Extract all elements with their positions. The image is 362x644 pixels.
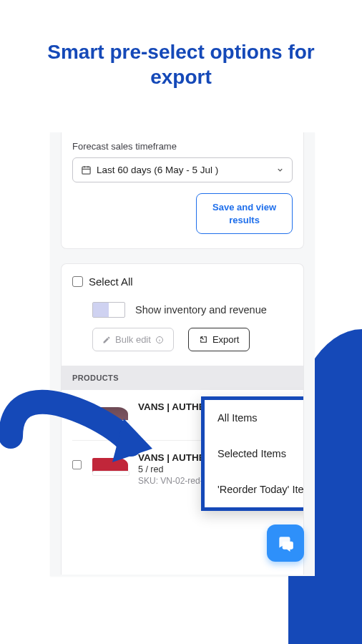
dropdown-item-reorder[interactable]: 'Reorder Today' Items xyxy=(205,472,304,507)
row-checkbox[interactable] xyxy=(72,460,82,469)
inventory-revenue-toggle[interactable] xyxy=(92,302,125,318)
product-thumbnail xyxy=(90,401,129,429)
product-thumbnail xyxy=(90,452,129,479)
select-all-checkbox[interactable] xyxy=(72,276,83,287)
date-range-value: Last 60 days (6 May - 5 Jul ) xyxy=(97,165,218,175)
export-dropdown: All Items Selected Items 'Reorder Today'… xyxy=(201,396,304,511)
date-range-select[interactable]: Last 60 days (6 May - 5 Jul ) xyxy=(72,157,293,182)
export-button[interactable]: Export xyxy=(188,328,250,351)
chat-fab[interactable] xyxy=(267,525,304,562)
info-icon xyxy=(155,336,164,344)
forecast-label: Forecast sales timeframe xyxy=(72,141,293,152)
export-icon xyxy=(199,335,208,344)
calendar-icon xyxy=(81,165,92,175)
pencil-icon xyxy=(102,336,111,344)
page-title: Smart pre-select options for export xyxy=(0,0,362,89)
dropdown-item-all[interactable]: All Items xyxy=(205,400,304,436)
save-view-results-button[interactable]: Save and view results xyxy=(196,193,293,234)
select-all-label: Select All xyxy=(89,275,133,288)
chat-icon xyxy=(276,534,295,552)
svg-rect-0 xyxy=(82,167,90,174)
export-label: Export xyxy=(212,334,240,345)
screenshot-panel: Forecast sales timeframe Last 60 days (6… xyxy=(50,132,315,576)
bulk-edit-button[interactable]: Bulk edit xyxy=(92,328,174,351)
toggle-label: Show inventory and revenue xyxy=(135,304,267,316)
row-checkbox[interactable] xyxy=(72,409,82,419)
forecast-card: Forecast sales timeframe Last 60 days (6… xyxy=(61,132,304,249)
chevron-down-icon xyxy=(276,166,284,174)
bulk-edit-label: Bulk edit xyxy=(115,334,151,345)
products-column-header: PRODUCTS xyxy=(61,366,304,390)
dropdown-item-selected[interactable]: Selected Items xyxy=(205,436,304,472)
